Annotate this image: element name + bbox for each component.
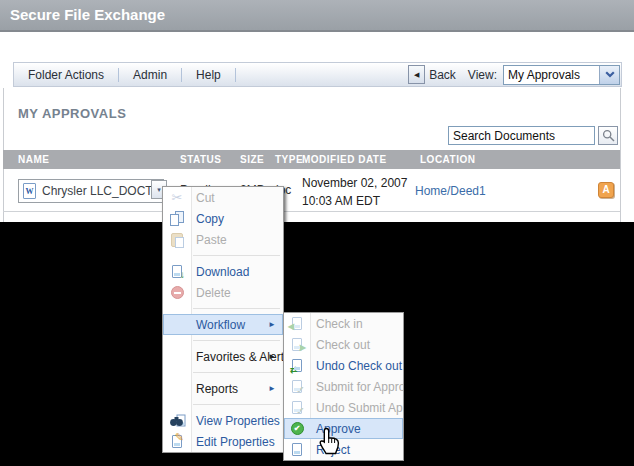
scissors-icon: ✂ (172, 190, 183, 205)
menu-item-favorites-alerts[interactable]: Favorites & Alerts ► (163, 346, 283, 367)
menu-item-reports[interactable]: Reports ► (163, 378, 283, 399)
context-menu: ✂ Cut Copy Paste ↓ Download Delete Workf… (162, 186, 284, 453)
column-modified-date: MODIFIED DATE (302, 150, 387, 169)
word-document-icon: W (23, 183, 36, 199)
menu-separator (163, 335, 283, 346)
menu-item-edit-properties[interactable]: ✎ Edit Properties (163, 431, 283, 452)
page-check-icon: ✔ (292, 380, 302, 393)
submenu-item-check-in: ◀ Check in (284, 313, 403, 334)
menu-help[interactable]: Help (182, 68, 235, 82)
submenu-item-undo-check-out[interactable]: ⇄ Undo Check out (284, 355, 403, 376)
back-button[interactable]: ◀ (408, 65, 425, 84)
column-type: TYPE (275, 150, 303, 169)
submenu-item-submit-for-approval: ✔ Submit for Approval (284, 376, 403, 397)
menu-separator (163, 250, 283, 261)
column-location: LOCATION (420, 150, 475, 169)
approve-check-icon: ✔ (291, 422, 304, 435)
column-size: SIZE (240, 150, 264, 169)
title-bar: Secure File Exchange (0, 0, 634, 32)
content-frame-right (620, 88, 621, 222)
submenu-item-check-out: ▶ Check out (284, 334, 403, 355)
page-undo-icon: ⇄ (292, 359, 302, 372)
menu-item-workflow[interactable]: Workflow ► (163, 314, 283, 335)
view-dropdown[interactable]: My Approvals (503, 65, 620, 85)
page-check-icon: ✔ (292, 401, 302, 414)
delete-icon (171, 286, 184, 299)
row-location-link[interactable]: Home/Deed1 (415, 184, 486, 198)
menu-item-copy[interactable]: Copy (163, 208, 283, 229)
menu-item-download[interactable]: ↓ Download (163, 261, 283, 282)
submenu-item-approve[interactable]: ✔ Approve (284, 418, 403, 439)
submenu-arrow-icon: ► (268, 384, 276, 393)
column-status: STATUS (180, 150, 222, 169)
submenu-arrow-icon: ► (268, 352, 276, 361)
page-arrow-in-icon: ◀ (292, 317, 302, 330)
copy-icon (170, 211, 184, 226)
document-name: Chrysler LLC_DOCT... (42, 184, 161, 198)
chevron-down-icon[interactable] (599, 66, 619, 84)
search-input[interactable] (448, 126, 595, 145)
workflow-submenu: ◀ Check in ▶ Check out ⇄ Undo Check out … (283, 312, 404, 461)
menu-divider (235, 68, 236, 82)
pencil-icon: ✎ (172, 435, 182, 448)
download-icon: ↓ (172, 265, 182, 278)
page-icon (292, 443, 302, 456)
back-arrow-icon: ◀ (414, 71, 419, 79)
page-arrow-out-icon: ▶ (292, 338, 302, 351)
view-dropdown-value: My Approvals (504, 68, 580, 82)
column-name: NAME (18, 150, 49, 169)
menu-item-delete: Delete (163, 282, 283, 303)
menu-bar-right: ◀ Back View: My Approvals (408, 65, 621, 85)
hand-pointer-icon (318, 427, 342, 459)
menu-item-view-properties[interactable]: View Properties (163, 410, 283, 431)
status-badge: A (598, 182, 614, 198)
back-label[interactable]: Back (429, 68, 456, 82)
search-button[interactable] (598, 126, 618, 145)
view-label: View: (468, 68, 497, 82)
table-row: W Chrysler LLC_DOCT... ▾ Pending 2MB doc… (3, 169, 620, 212)
document-name-cell[interactable]: W Chrysler LLC_DOCT... (18, 179, 164, 203)
submenu-item-undo-submit-approval: ✔ Undo Submit Approval (284, 397, 403, 418)
paste-icon (171, 233, 183, 247)
menu-folder-actions[interactable]: Folder Actions (14, 68, 118, 82)
menu-item-paste: Paste (163, 229, 283, 250)
dropdown-arrow-icon: ▾ (157, 186, 161, 194)
menu-item-cut: ✂ Cut (163, 187, 283, 208)
page-title: MY APPROVALS (18, 106, 126, 121)
binoculars-icon (169, 414, 186, 428)
row-modified-date-line2: 10:03 AM EDT (302, 194, 380, 208)
menu-separator (163, 367, 283, 378)
submenu-item-reject[interactable]: Reject (284, 439, 403, 460)
page-body: Folder Actions Admin Help ◀ Back View: M… (0, 32, 634, 222)
table-header: NAME STATUS SIZE TYPE MODIFIED DATE LOCA… (3, 150, 620, 169)
app-title: Secure File Exchange (10, 0, 165, 30)
menu-separator (163, 303, 283, 314)
menu-separator (163, 399, 283, 410)
magnifier-icon (602, 129, 615, 142)
app-window: Secure File Exchange Folder Actions Admi… (0, 0, 634, 466)
submenu-arrow-icon: ► (268, 320, 276, 329)
row-modified-date-line1: November 02, 2007 (302, 176, 407, 190)
menu-bar: Folder Actions Admin Help ◀ Back View: M… (13, 62, 622, 87)
menu-admin[interactable]: Admin (119, 68, 181, 82)
